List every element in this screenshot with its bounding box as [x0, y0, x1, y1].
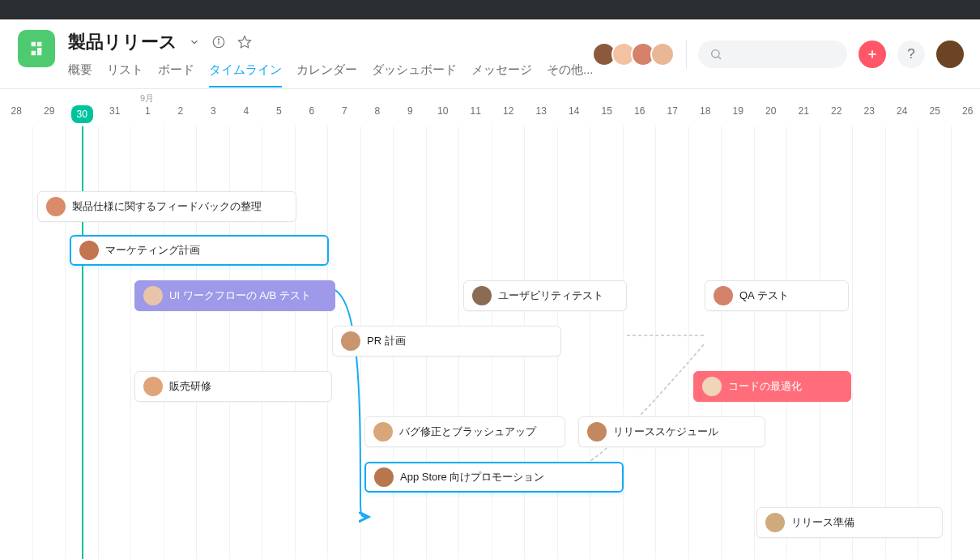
tab-timeline[interactable]: タイムライン	[209, 62, 282, 87]
assignee-avatar	[472, 286, 492, 305]
date-cell: 28	[0, 89, 33, 126]
assignee-avatar	[143, 377, 163, 396]
help-button[interactable]: ?	[897, 41, 925, 68]
task-label: App Store 向けプロモーション	[400, 470, 544, 484]
date-cell: 18	[689, 89, 722, 126]
date-cell: 21	[787, 89, 820, 126]
date-cell: 9	[394, 89, 427, 126]
star-icon[interactable]	[237, 35, 252, 49]
date-cell: 6	[296, 89, 329, 126]
task-label: UI ワークフローの A/B テスト	[169, 288, 311, 303]
assignee-avatar	[143, 286, 163, 305]
task-label: ユーザビリティテスト	[498, 288, 603, 303]
grid-column	[755, 126, 788, 559]
date-cell: 31	[99, 89, 132, 126]
date-cell: 13	[525, 89, 558, 126]
grid-column	[722, 126, 755, 559]
grid-column	[787, 126, 820, 559]
task-release-schedule[interactable]: リリーススケジュール	[578, 416, 765, 447]
tab-calendar[interactable]: カレンダー	[296, 62, 357, 87]
assignee-avatar	[46, 197, 66, 216]
date-cell: 8	[361, 89, 394, 126]
grid-column	[624, 126, 657, 559]
task-ab-test[interactable]: UI ワークフローの A/B テスト	[134, 280, 335, 311]
svg-marker-3	[239, 36, 251, 48]
task-label: リリース準備	[791, 515, 854, 530]
task-app-store[interactable]: App Store 向けプロモーション	[364, 462, 624, 493]
user-avatar[interactable]	[936, 41, 964, 68]
tab-dashboard[interactable]: ダッシュボード	[372, 62, 457, 87]
date-cell: 7	[328, 89, 361, 126]
grid-column	[296, 126, 329, 559]
timeline-area: 9月 2829303112345678910111213141516171819…	[0, 89, 980, 559]
grid-column	[886, 126, 919, 559]
assignee-avatar	[702, 377, 722, 396]
member-avatar[interactable]	[650, 42, 675, 66]
header-divider	[686, 40, 687, 69]
task-usability[interactable]: ユーザビリティテスト	[463, 280, 627, 311]
date-cell: 19	[722, 89, 755, 126]
grid-column	[952, 126, 981, 559]
assignee-avatar	[373, 422, 393, 442]
task-label: PR 計画	[367, 334, 406, 348]
header-right: ?	[592, 40, 964, 69]
assignee-avatar	[587, 422, 607, 442]
add-button[interactable]	[859, 41, 886, 68]
date-cell: 16	[624, 89, 657, 126]
date-cell: 12	[492, 89, 526, 126]
task-label: コードの最適化	[728, 379, 802, 394]
grid-column	[656, 126, 689, 559]
app-topbar	[0, 0, 980, 19]
task-label: マーケティング計画	[105, 243, 200, 258]
assignee-avatar	[714, 286, 733, 305]
tab-list[interactable]: リスト	[107, 62, 143, 87]
date-cell: 15	[590, 89, 624, 126]
project-icon[interactable]	[18, 30, 55, 67]
date-cell: 3	[197, 89, 230, 126]
search-input[interactable]	[698, 41, 847, 68]
grid-column	[590, 126, 624, 559]
tab-board[interactable]: ボード	[158, 62, 194, 87]
date-cell: 17	[656, 89, 689, 126]
date-cell: 30	[66, 89, 99, 126]
task-label: リリーススケジュール	[613, 425, 718, 439]
task-pr[interactable]: PR 計画	[332, 326, 561, 356]
grid-column	[918, 126, 952, 559]
info-icon[interactable]	[211, 35, 226, 49]
date-cell: 2	[164, 89, 198, 126]
task-release-prep[interactable]: リリース準備	[756, 507, 943, 538]
tabs-row: 概要リストボードタイムラインカレンダーダッシュボードメッセージその他...	[68, 62, 594, 87]
date-cell: 20	[755, 89, 788, 126]
task-label: QA テスト	[739, 288, 789, 303]
date-cell: 10	[427, 89, 460, 126]
member-avatar-stack[interactable]	[592, 42, 675, 66]
tab-overview[interactable]: 概要	[68, 62, 92, 87]
task-bug-fix[interactable]: バグ修正とブラッシュアップ	[364, 416, 565, 447]
date-cell: 5	[262, 89, 296, 126]
chevron-down-icon[interactable]	[189, 36, 200, 48]
task-marketing[interactable]: マーケティング計画	[70, 235, 329, 266]
date-cell: 26	[952, 89, 981, 126]
task-sales-training[interactable]: 販売研修	[134, 371, 332, 402]
date-cell: 29	[33, 89, 66, 126]
task-label: バグ修正とブラッシュアップ	[399, 425, 536, 439]
date-cell: 4	[230, 89, 263, 126]
assignee-avatar	[374, 467, 394, 487]
project-title: 製品リリース	[68, 30, 177, 54]
date-cell: 11	[459, 89, 492, 126]
task-code-opt[interactable]: コードの最適化	[693, 371, 851, 402]
date-cell: 25	[918, 89, 952, 126]
date-cell: 23	[853, 89, 886, 126]
date-cell: 14	[558, 89, 591, 126]
grid-column	[853, 126, 886, 559]
grid-column	[558, 126, 591, 559]
task-qa[interactable]: QA テスト	[705, 280, 849, 311]
grid-column	[689, 126, 722, 559]
task-feedback[interactable]: 製品仕様に関するフィードバックの整理	[37, 191, 296, 222]
date-header: 9月 2829303112345678910111213141516171819…	[0, 89, 980, 126]
svg-point-4	[712, 49, 719, 57]
task-label: 製品仕様に関するフィードバックの整理	[72, 199, 262, 214]
svg-point-2	[218, 39, 219, 40]
tab-other[interactable]: その他...	[547, 62, 594, 87]
tab-messages[interactable]: メッセージ	[471, 62, 532, 87]
